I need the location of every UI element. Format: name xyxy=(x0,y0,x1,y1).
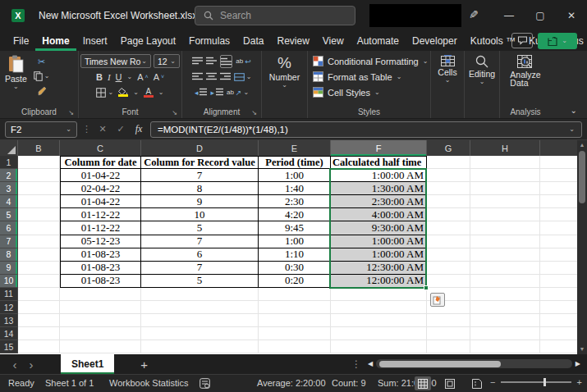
align-bottom-button[interactable] xyxy=(220,55,232,68)
column-header-h[interactable]: H xyxy=(470,140,540,156)
page-layout-view-button[interactable] xyxy=(442,376,458,390)
cell-f8[interactable]: 1:00:00 AM xyxy=(331,248,427,262)
cell-g8[interactable] xyxy=(427,248,470,262)
row-header-2[interactable]: 2 xyxy=(0,169,18,182)
cell-styles-button[interactable]: Cell Styles ⌄ xyxy=(313,84,380,100)
cell-c1[interactable]: Column for date xyxy=(60,156,141,169)
fill-color-button[interactable] xyxy=(118,86,128,99)
tab-view[interactable]: View xyxy=(316,31,351,51)
font-name-dropdown[interactable]: Times New Ro⌄ xyxy=(80,54,151,68)
insert-function-button[interactable]: fx xyxy=(132,123,145,135)
cell-f5[interactable]: 4:00:00 AM xyxy=(331,208,427,221)
cell-f4[interactable]: 2:30:00 AM xyxy=(331,195,427,208)
column-header-d[interactable]: D xyxy=(141,140,259,156)
cell-c9[interactable]: 01-08-23 xyxy=(60,262,141,275)
cell[interactable] xyxy=(141,314,259,327)
tab-automate[interactable]: Automate xyxy=(351,31,406,51)
scroll-down-icon[interactable]: ▼ xyxy=(580,346,585,353)
cell-d6[interactable]: 5 xyxy=(141,221,259,235)
cell-e8[interactable]: 1:10 xyxy=(259,248,331,262)
cell-h4[interactable] xyxy=(470,195,540,208)
row-header-11[interactable]: 11 xyxy=(0,288,18,301)
cell-c7[interactable]: 05-12-23 xyxy=(60,235,141,248)
cell-b7[interactable] xyxy=(18,235,60,248)
copy-button[interactable]: ⌄ xyxy=(34,70,50,83)
cell[interactable] xyxy=(60,288,141,301)
align-top-button[interactable] xyxy=(192,55,203,68)
cell-h1[interactable] xyxy=(470,156,540,169)
cell-e9[interactable]: 0:30 xyxy=(259,262,331,275)
fill-color-chevron-icon[interactable]: ⌄ xyxy=(133,90,139,95)
status-count[interactable]: Count: 9 xyxy=(332,378,366,388)
macro-record-icon[interactable] xyxy=(199,378,210,389)
cell[interactable] xyxy=(331,327,427,340)
clipboard-dialog-launcher-icon[interactable]: ↘ xyxy=(68,109,74,116)
row-header-13[interactable]: 13 xyxy=(0,314,18,327)
previous-sheet-icon[interactable]: ‹ xyxy=(7,358,23,371)
column-header-b[interactable]: B xyxy=(18,140,60,156)
format-as-table-button[interactable]: Format as Table ⌄ xyxy=(313,69,401,84)
horizontal-scrollbar-thumb[interactable] xyxy=(379,361,501,367)
cell-c2[interactable]: 01-04-22 xyxy=(60,169,141,182)
row-header-15[interactable]: 15 xyxy=(0,340,18,353)
sheet-options-dots-icon[interactable]: ⋮ xyxy=(351,358,361,370)
zoom-slider-thumb[interactable] xyxy=(543,378,546,386)
cell[interactable] xyxy=(18,314,60,327)
cell[interactable] xyxy=(259,288,331,301)
zoom-out-button[interactable]: − xyxy=(490,377,495,387)
cell-d10[interactable]: 5 xyxy=(141,275,259,288)
cell-b6[interactable] xyxy=(18,221,60,235)
normal-view-button[interactable] xyxy=(415,376,431,390)
column-header-e[interactable]: E xyxy=(259,140,331,156)
cell-h7[interactable] xyxy=(470,235,540,248)
status-average[interactable]: Average: 2:20:00 xyxy=(257,378,326,388)
cell-g10[interactable] xyxy=(427,275,470,288)
row-header-14[interactable]: 14 xyxy=(0,327,18,340)
scroll-left-icon[interactable]: ◀ xyxy=(368,360,373,367)
increase-indent-button[interactable]: ▸ xyxy=(210,86,223,99)
next-sheet-icon[interactable]: › xyxy=(23,358,39,371)
title-chevron-icon[interactable]: ⌄ xyxy=(164,11,171,19)
cell-g4[interactable] xyxy=(427,195,470,208)
cell-c6[interactable]: 01-12-22 xyxy=(60,221,141,235)
decrease-indent-button[interactable]: ◂ xyxy=(195,86,208,99)
cell-h5[interactable] xyxy=(470,208,540,221)
cell-d8[interactable]: 6 xyxy=(141,248,259,262)
active-cell-f2[interactable]: 1:00:00 AM xyxy=(331,169,427,182)
align-right-button[interactable] xyxy=(220,71,231,84)
cell[interactable] xyxy=(141,327,259,340)
cell-g5[interactable] xyxy=(427,208,470,221)
minimize-button[interactable]: — xyxy=(493,0,525,31)
cell-b8[interactable] xyxy=(18,248,60,262)
font-color-button[interactable]: A xyxy=(144,86,154,99)
font-size-dropdown[interactable]: 12⌄ xyxy=(154,54,180,68)
cell[interactable] xyxy=(141,301,259,314)
cell-e3[interactable]: 1:40 xyxy=(259,182,331,195)
column-header-g[interactable]: G xyxy=(427,140,470,156)
font-dialog-launcher-icon[interactable]: ↘ xyxy=(172,109,177,116)
cell-e5[interactable]: 4:20 xyxy=(259,208,331,221)
cell-e1[interactable]: Period (time) xyxy=(259,156,331,169)
formula-input[interactable]: =MOD(INT(E2/(1/48))*(1/48),1) ⌄ xyxy=(150,121,582,138)
cell[interactable] xyxy=(470,301,540,314)
grow-font-button[interactable]: A˄ xyxy=(137,71,148,84)
close-button[interactable]: ✕ xyxy=(556,0,587,31)
cell[interactable] xyxy=(470,340,540,353)
cell-c3[interactable]: 02-04-22 xyxy=(60,182,141,195)
cell[interactable] xyxy=(331,340,427,353)
page-break-preview-button[interactable] xyxy=(469,376,485,390)
cell[interactable] xyxy=(259,327,331,340)
draw-pen-icon[interactable]: ✎ xyxy=(469,8,479,21)
cell-g2[interactable] xyxy=(427,169,470,182)
shrink-font-button[interactable]: A˅ xyxy=(154,71,164,84)
zoom-in-button[interactable]: + xyxy=(577,377,582,387)
cell-e10[interactable]: 0:20 xyxy=(259,275,331,288)
new-sheet-button[interactable]: + xyxy=(140,358,148,371)
sheet-tab-sheet1[interactable]: Sheet1 xyxy=(61,354,114,374)
cell[interactable] xyxy=(18,301,60,314)
cell[interactable] xyxy=(427,327,470,340)
cell[interactable] xyxy=(18,327,60,340)
cell-f1[interactable]: Calculated half time xyxy=(331,156,427,169)
underline-button[interactable]: U xyxy=(116,71,122,84)
orientation-button[interactable]: ab↗⌄ xyxy=(227,86,249,99)
